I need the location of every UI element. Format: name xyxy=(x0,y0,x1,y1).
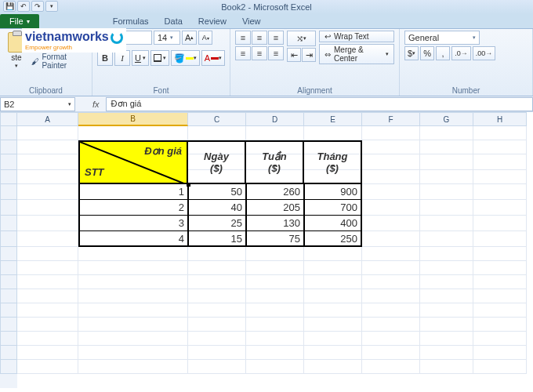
cell[interactable] xyxy=(420,247,473,261)
cell[interactable] xyxy=(188,303,246,318)
cell[interactable] xyxy=(420,154,473,170)
align-middle-button[interactable]: ≡ xyxy=(252,31,267,45)
redo-icon[interactable]: ↷ xyxy=(31,1,44,12)
cell[interactable] xyxy=(17,184,78,200)
cell[interactable] xyxy=(17,346,78,360)
cell[interactable] xyxy=(17,289,78,303)
row-header[interactable] xyxy=(0,332,17,346)
cell[interactable] xyxy=(420,231,473,247)
increase-decimal-button[interactable]: .0→ xyxy=(451,46,471,60)
table-cell-stt[interactable]: 4 xyxy=(78,231,188,247)
cell[interactable] xyxy=(246,318,304,332)
cell[interactable] xyxy=(420,261,473,275)
cell[interactable] xyxy=(362,126,420,140)
cell[interactable] xyxy=(304,303,362,318)
col-header-D[interactable]: D xyxy=(246,112,304,126)
tab-review[interactable]: Review xyxy=(190,14,234,28)
cell[interactable] xyxy=(473,318,527,332)
cell[interactable] xyxy=(362,303,420,318)
grow-font-button[interactable]: A▴ xyxy=(182,31,197,45)
table-header-split[interactable]: Đơn giá STT xyxy=(78,140,188,184)
cell[interactable] xyxy=(473,275,527,289)
cell[interactable] xyxy=(473,289,527,303)
accounting-format-button[interactable]: $▾ xyxy=(404,46,419,60)
cell[interactable] xyxy=(473,247,527,261)
bold-button[interactable]: B xyxy=(97,50,113,66)
row-header[interactable] xyxy=(0,261,17,275)
align-top-button[interactable]: ≡ xyxy=(235,31,251,45)
table-cell[interactable]: 205 xyxy=(246,200,304,216)
cell[interactable] xyxy=(420,200,473,216)
table-cell[interactable]: 700 xyxy=(304,200,362,216)
cell[interactable] xyxy=(78,126,188,140)
cell[interactable] xyxy=(78,346,188,360)
cell[interactable] xyxy=(188,247,246,261)
cell[interactable] xyxy=(246,346,304,360)
cell[interactable] xyxy=(420,126,473,140)
cell[interactable] xyxy=(362,318,420,332)
cell[interactable] xyxy=(473,303,527,318)
col-header-ngay[interactable]: Ngày($) xyxy=(188,140,246,184)
row-header[interactable] xyxy=(0,200,17,216)
cell[interactable] xyxy=(246,261,304,275)
fx-icon[interactable]: fx xyxy=(86,100,106,109)
formula-input[interactable]: Đơn giá xyxy=(106,97,533,111)
cell[interactable] xyxy=(362,332,420,346)
row-header[interactable] xyxy=(0,231,17,247)
cell[interactable] xyxy=(420,140,473,154)
row-header[interactable] xyxy=(0,303,17,318)
cell[interactable] xyxy=(420,346,473,360)
cell[interactable] xyxy=(17,332,78,346)
fill-handle[interactable] xyxy=(187,183,190,187)
cell[interactable] xyxy=(17,216,78,231)
cell[interactable] xyxy=(362,261,420,275)
cell[interactable] xyxy=(473,346,527,360)
table-cell[interactable]: 130 xyxy=(246,216,304,231)
table-cell[interactable]: 40 xyxy=(188,200,246,216)
row-header[interactable] xyxy=(0,275,17,289)
cell[interactable] xyxy=(304,360,362,374)
cell[interactable] xyxy=(78,261,188,275)
cell[interactable] xyxy=(17,126,78,140)
cell[interactable] xyxy=(304,126,362,140)
cell[interactable] xyxy=(188,346,246,360)
undo-icon[interactable]: ↶ xyxy=(17,1,30,12)
percent-button[interactable]: % xyxy=(420,46,434,60)
table-cell[interactable]: 260 xyxy=(246,184,304,200)
cell[interactable] xyxy=(304,261,362,275)
cell[interactable] xyxy=(362,346,420,360)
cell[interactable] xyxy=(17,140,78,154)
tab-data[interactable]: Data xyxy=(157,14,190,28)
cell[interactable] xyxy=(473,170,527,184)
cell[interactable] xyxy=(473,231,527,247)
row-header[interactable] xyxy=(0,318,17,332)
cell[interactable] xyxy=(304,318,362,332)
table-cell[interactable]: 250 xyxy=(304,231,362,247)
cell[interactable] xyxy=(17,261,78,275)
cell[interactable] xyxy=(420,170,473,184)
cell[interactable] xyxy=(362,360,420,374)
cell[interactable] xyxy=(17,170,78,184)
table-cell[interactable]: 25 xyxy=(188,216,246,231)
row-header[interactable] xyxy=(0,360,17,374)
cell[interactable] xyxy=(420,303,473,318)
qat-dropdown-icon[interactable]: ▾ xyxy=(45,1,58,12)
tab-formulas[interactable]: Formulas xyxy=(105,14,157,28)
cell[interactable] xyxy=(362,140,420,154)
cell[interactable] xyxy=(188,261,246,275)
cell[interactable] xyxy=(362,275,420,289)
col-header-B[interactable]: B xyxy=(78,112,188,126)
cell[interactable] xyxy=(304,247,362,261)
cell[interactable] xyxy=(473,216,527,231)
cell[interactable] xyxy=(304,289,362,303)
font-color-button[interactable]: A▾ xyxy=(201,50,225,66)
cell[interactable] xyxy=(246,289,304,303)
cell[interactable] xyxy=(420,216,473,231)
cell[interactable] xyxy=(78,360,188,374)
cell[interactable] xyxy=(362,216,420,231)
table-cell[interactable]: 75 xyxy=(246,231,304,247)
cell[interactable] xyxy=(362,184,420,200)
merge-center-button[interactable]: ⇔Merge & Center▾ xyxy=(319,44,394,64)
decrease-indent-button[interactable]: ⇤ xyxy=(287,48,301,62)
cell[interactable] xyxy=(473,360,527,374)
